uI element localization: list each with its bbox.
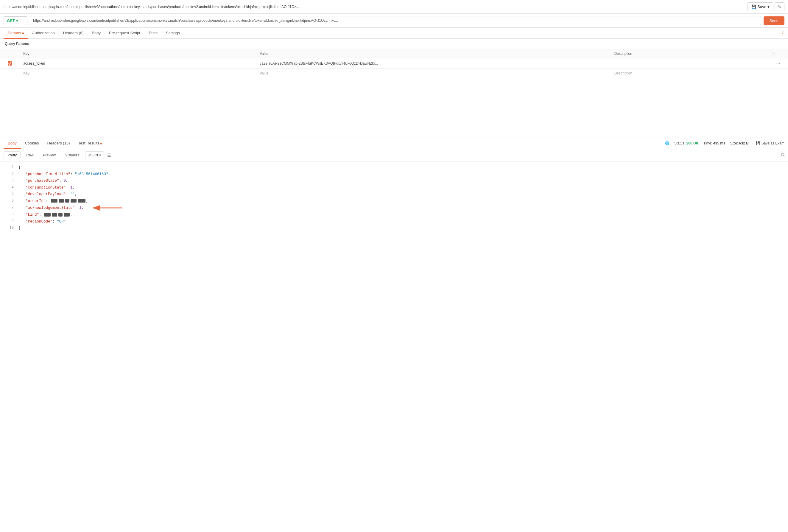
col-header-value: Value bbox=[256, 49, 611, 58]
json-key: "kind" bbox=[26, 213, 39, 217]
request-tabs-row: Params Authorization Headers (6) Body Pr… bbox=[0, 28, 788, 39]
format-tab-pretty[interactable]: Pretty bbox=[4, 151, 21, 159]
response-tab-body[interactable]: Body bbox=[4, 138, 21, 149]
json-value: 1 bbox=[70, 185, 73, 190]
filter-icon[interactable]: ☰ bbox=[107, 153, 111, 158]
edit-button[interactable]: ✎ bbox=[774, 2, 784, 11]
tab-settings[interactable]: Settings bbox=[162, 28, 184, 39]
tab-pre-request-script[interactable]: Pre-request Script bbox=[105, 28, 144, 39]
status-info: 🌐 Status: 200 OK Time: 435 ms Size: 632 … bbox=[665, 141, 784, 145]
tab-params[interactable]: Params bbox=[4, 28, 28, 39]
json-key: "regionCode" bbox=[26, 219, 53, 224]
json-key: "developerPayload" bbox=[26, 192, 66, 196]
format-tab-raw[interactable]: Raw bbox=[22, 151, 37, 159]
save-dropdown-icon: ▾ bbox=[767, 4, 770, 9]
row-key: access_token bbox=[23, 61, 45, 65]
empty-actions-cell bbox=[768, 69, 788, 78]
json-line: 10} bbox=[0, 225, 788, 232]
redacted-block bbox=[58, 213, 62, 217]
empty-desc-placeholder: Description bbox=[614, 71, 632, 75]
redacted-block bbox=[65, 199, 70, 202]
save-response-button[interactable]: 💾 Save as Exam bbox=[756, 141, 784, 145]
line-number: 10 bbox=[5, 225, 14, 232]
redacted-block bbox=[78, 199, 85, 202]
url-bar: https://androidpublisher.googleapis.com/… bbox=[0, 0, 788, 14]
tab-tests[interactable]: Tests bbox=[144, 28, 162, 39]
query-params-header: Query Params bbox=[0, 39, 788, 49]
empty-checkbox-cell bbox=[0, 69, 20, 78]
line-number: 8 bbox=[5, 212, 14, 218]
row-key-cell: access_token bbox=[20, 58, 256, 69]
copy-icon[interactable]: ⎘ bbox=[782, 153, 784, 158]
row-checkbox[interactable] bbox=[8, 61, 12, 65]
json-line: 2"purchaseTimeMillis": "1681561466163", bbox=[0, 171, 788, 178]
status-label: Status: 200 OK bbox=[674, 141, 699, 145]
line-number: 5 bbox=[5, 191, 14, 197]
empty-value-placeholder: Value bbox=[260, 71, 269, 75]
empty-value-cell[interactable]: Value bbox=[256, 69, 611, 78]
response-tab-test-results[interactable]: Test Results bbox=[74, 138, 106, 149]
response-tabs-row: Body Cookies Headers (13) Test Results 🌐… bbox=[0, 138, 788, 149]
response-tab-headers[interactable]: Headers (13) bbox=[43, 138, 74, 149]
row-actions-cell: ··· bbox=[768, 58, 788, 69]
json-line: 9"regionCode": "GR" bbox=[0, 218, 788, 225]
empty-table-row: Key Value Description bbox=[0, 69, 788, 78]
url-bar-address: https://androidpublisher.googleapis.com/… bbox=[4, 5, 745, 9]
line-number: 9 bbox=[5, 218, 14, 225]
json-value: "1681561466163" bbox=[75, 172, 109, 176]
col-header-desc: Description bbox=[611, 49, 768, 58]
json-brace: { bbox=[18, 164, 21, 171]
format-tab-preview[interactable]: Preview bbox=[39, 151, 60, 159]
params-dot bbox=[22, 33, 24, 34]
redacted-block bbox=[52, 213, 57, 217]
redacted-block bbox=[44, 213, 51, 217]
edit-icon: ✎ bbox=[778, 4, 781, 9]
empty-key-placeholder: Key bbox=[23, 71, 29, 75]
row-value-cell: ya29.a0Ael9sCMMXrap-2Sts-4uKCWsEK3VQtFcx… bbox=[256, 58, 611, 69]
time-value: 435 ms bbox=[713, 141, 726, 145]
row-checkbox-cell bbox=[0, 58, 20, 69]
json-line: 8"kind": , bbox=[0, 212, 788, 218]
redacted-block bbox=[51, 199, 58, 202]
send-button[interactable]: Send bbox=[764, 16, 784, 25]
json-line: 3"purchaseState": 0, bbox=[0, 178, 788, 184]
format-tabs-row: Pretty Raw Preview Visualize JSON ▾ ☰ ⎘ bbox=[0, 149, 788, 162]
arrow-svg bbox=[90, 204, 125, 212]
col-header-check bbox=[0, 49, 20, 58]
line-number: 4 bbox=[5, 184, 14, 191]
row-desc-cell bbox=[611, 58, 768, 69]
tab-authorization[interactable]: Authorization bbox=[28, 28, 59, 39]
json-key: "purchaseState" bbox=[26, 179, 59, 183]
test-results-dot bbox=[100, 143, 102, 144]
size-label: Size: 632 B bbox=[730, 141, 749, 145]
empty-key-cell[interactable]: Key bbox=[20, 69, 256, 78]
empty-desc-cell[interactable]: Description bbox=[611, 69, 768, 78]
table-row: access_token ya29.a0Ael9sCMMXrap-2Sts-4u… bbox=[0, 58, 788, 69]
tab-right-action[interactable]: C bbox=[782, 31, 784, 35]
json-viewer: 1{2"purchaseTimeMillis": "1681561466163"… bbox=[0, 162, 788, 234]
tab-headers[interactable]: Headers (6) bbox=[59, 28, 88, 39]
json-line: 1{ bbox=[0, 164, 788, 171]
status-ok-value: 200 OK bbox=[686, 141, 699, 145]
save-response-icon: 💾 bbox=[756, 141, 760, 145]
row-more-icon[interactable]: ··· bbox=[776, 61, 780, 66]
format-tab-visualize[interactable]: Visualize bbox=[61, 151, 83, 159]
method-select[interactable]: GET ▾ bbox=[4, 16, 27, 25]
tab-body[interactable]: Body bbox=[87, 28, 105, 39]
response-tab-cookies[interactable]: Cookies bbox=[21, 138, 43, 149]
json-key: "acknowledgementState" bbox=[26, 206, 75, 210]
json-brace: } bbox=[18, 225, 21, 232]
json-line: 7"acknowledgementState": 1, bbox=[0, 204, 788, 212]
json-format-select[interactable]: JSON ▾ bbox=[85, 151, 104, 159]
json-line: 6"orderId": , bbox=[0, 198, 788, 205]
url-bar-actions: 💾 Save ▾ ✎ bbox=[748, 2, 784, 11]
save-button[interactable]: 💾 Save ▾ bbox=[748, 2, 773, 11]
globe-icon: 🌐 bbox=[665, 141, 669, 145]
col-header-key: Key bbox=[20, 49, 256, 58]
request-url-input[interactable] bbox=[30, 16, 761, 25]
params-table: Key Value Description ··· access_token y… bbox=[0, 49, 788, 78]
redacted-block bbox=[71, 199, 77, 202]
line-number: 7 bbox=[5, 205, 14, 211]
json-key: "orderId" bbox=[26, 199, 46, 203]
response-section: Body Cookies Headers (13) Test Results 🌐… bbox=[0, 138, 788, 234]
